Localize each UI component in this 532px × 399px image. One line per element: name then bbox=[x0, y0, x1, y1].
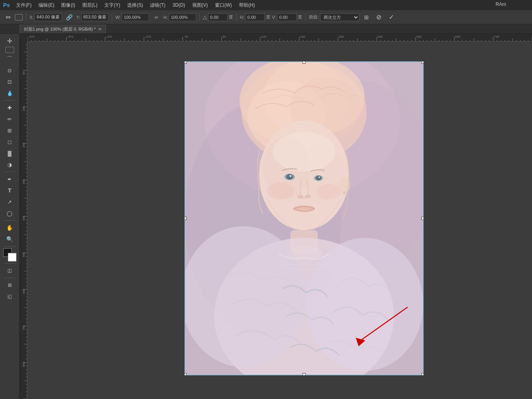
h-field: H: bbox=[163, 13, 196, 21]
document-tab[interactable]: 封面1.png @ 100% (图层 0, RGB/8) * ✕ bbox=[20, 25, 106, 33]
angle-icon: △ bbox=[203, 14, 207, 20]
background-color[interactable] bbox=[8, 253, 16, 262]
tool-text[interactable]: T bbox=[3, 185, 17, 196]
tool-eraser[interactable]: ◻ bbox=[3, 136, 17, 147]
y-input[interactable] bbox=[81, 13, 109, 21]
v-skew-field: V: 度 bbox=[272, 13, 302, 21]
document-tab-label: 封面1.png @ 100% (图层 0, RGB/8) * bbox=[24, 26, 96, 32]
options-toolbar: ⇔ X: 🔗 Y: W: ∞ H: △ 度 H: 度 V: 度 插值: bbox=[0, 10, 532, 24]
w-input[interactable] bbox=[122, 13, 149, 21]
tool-shape[interactable]: ◯ bbox=[3, 208, 17, 219]
x-field: X: bbox=[29, 13, 62, 21]
link-wh-icon[interactable]: ∞ bbox=[151, 12, 162, 22]
tool-sep-4 bbox=[4, 246, 16, 247]
handle-bottom-left[interactable] bbox=[185, 373, 187, 375]
tool-gradient[interactable]: ▓ bbox=[3, 148, 17, 159]
w-field: W: bbox=[115, 13, 149, 21]
v-skew-input[interactable] bbox=[277, 13, 297, 21]
toolbar-rect-icon[interactable] bbox=[15, 14, 23, 20]
toolbar-sep-2 bbox=[112, 13, 112, 21]
handle-bottom-right[interactable] bbox=[421, 373, 423, 375]
handle-mid-left[interactable] bbox=[185, 217, 187, 220]
tool-path-select[interactable]: ↗ bbox=[3, 196, 17, 207]
tool-quick-mask[interactable]: ◫ bbox=[3, 265, 17, 276]
menu-view[interactable]: 视图(V) bbox=[189, 1, 211, 9]
handle-mid-right[interactable] bbox=[421, 217, 423, 220]
menu-file[interactable]: 文件(F) bbox=[13, 1, 35, 9]
left-toolbar: ✛ ⌒ ⊙ ⊡ 💧 ✚ ✏ ⊞ ◻ ▓ ◑ ✒ T ↗ ◯ ✋ 🔍 ◫ ⊞ ◱ bbox=[0, 34, 20, 399]
menu-bar: Ps 文件(F) 编辑(E) 图像(I) 图层(L) 文字(Y) 选择(S) 滤… bbox=[0, 0, 532, 10]
toolbar-sep-4 bbox=[236, 13, 237, 21]
tool-artboard[interactable]: ◱ bbox=[3, 291, 17, 302]
toolbar-sep-1 bbox=[26, 13, 26, 21]
warp-icon[interactable]: ⊞ bbox=[361, 12, 372, 22]
tool-zoom[interactable]: 🔍 bbox=[3, 234, 17, 245]
tool-quick-select[interactable]: ⊙ bbox=[3, 65, 17, 76]
photoshop-canvas bbox=[184, 61, 424, 375]
tool-eyedropper[interactable]: 💧 bbox=[3, 88, 17, 99]
x-label: X: bbox=[29, 15, 33, 20]
menu-3d[interactable]: 3D(D) bbox=[169, 2, 188, 9]
document-tabs: 封面1.png @ 100% (图层 0, RGB/8) * ✕ bbox=[0, 24, 532, 34]
tool-move[interactable]: ✛ bbox=[3, 35, 17, 46]
menu-select[interactable]: 选择(S) bbox=[124, 1, 146, 9]
menu-window[interactable]: 窗口(W) bbox=[212, 1, 235, 9]
tool-dodge[interactable]: ◑ bbox=[3, 159, 17, 170]
ruler-corner bbox=[20, 34, 27, 42]
handle-bottom-center[interactable] bbox=[302, 373, 306, 375]
menu-filter[interactable]: 滤镜(T) bbox=[147, 1, 168, 9]
document-close-button[interactable]: ✕ bbox=[98, 27, 102, 32]
tool-lasso[interactable]: ⌒ bbox=[3, 53, 17, 64]
tool-sep-6 bbox=[4, 278, 16, 278]
handle-top-left[interactable] bbox=[185, 62, 187, 64]
tool-heal[interactable]: ✚ bbox=[3, 102, 17, 113]
h-skew-unit: 度 bbox=[266, 14, 270, 20]
interpolation-select[interactable]: 两次立方 两次线性 临近 bbox=[320, 13, 359, 21]
handle-top-right[interactable] bbox=[421, 62, 423, 64]
menu-edit[interactable]: 编辑(E) bbox=[35, 1, 57, 9]
menu-image[interactable]: 图像(I) bbox=[58, 1, 78, 9]
color-swatch-container[interactable] bbox=[3, 248, 16, 262]
tool-clone[interactable]: ⊞ bbox=[3, 125, 17, 136]
h-skew-label: H: bbox=[240, 15, 244, 20]
interpolation-label: 插值: bbox=[309, 14, 319, 20]
v-skew-unit: 度 bbox=[298, 14, 302, 20]
tool-hand[interactable]: ✋ bbox=[3, 222, 17, 233]
tool-sep-5 bbox=[4, 263, 16, 264]
app-logo: Ps bbox=[3, 2, 10, 8]
angle-field: △ 度 bbox=[203, 13, 233, 21]
handle-top-center[interactable] bbox=[302, 62, 306, 64]
interpolation-field: 插值: 两次立方 两次线性 临近 bbox=[309, 13, 359, 21]
w-label: W: bbox=[115, 15, 120, 20]
tool-pen[interactable]: ✒ bbox=[3, 174, 17, 185]
tool-sep-3 bbox=[4, 220, 16, 221]
portrait-image bbox=[185, 62, 423, 375]
cancel-transform-button[interactable]: ⊘ bbox=[373, 12, 384, 22]
x-input[interactable] bbox=[35, 13, 62, 21]
h-label: H: bbox=[163, 15, 168, 20]
tool-sep-2 bbox=[4, 172, 16, 172]
y-field: Y: bbox=[76, 13, 109, 21]
angle-input[interactable] bbox=[208, 13, 228, 21]
menu-layer[interactable]: 图层(L) bbox=[79, 1, 101, 9]
h-skew-input[interactable] bbox=[245, 13, 265, 21]
toolbar-sep-3 bbox=[199, 13, 200, 21]
tool-crop[interactable]: ⊡ bbox=[3, 76, 17, 87]
menu-help[interactable]: 帮助(H) bbox=[236, 1, 258, 9]
tool-screen-mode[interactable]: ⊞ bbox=[3, 280, 17, 291]
tool-rect-select[interactable] bbox=[5, 47, 14, 53]
h-skew-field: H: 度 bbox=[240, 13, 270, 21]
v-skew-label: V: bbox=[272, 15, 276, 20]
angle-unit: 度 bbox=[229, 14, 233, 20]
link-proportions-icon[interactable]: 🔗 bbox=[64, 12, 75, 22]
ram-indicator: RAm bbox=[493, 0, 508, 9]
toolbar-move-icon[interactable]: ⇔ bbox=[2, 12, 13, 22]
tool-sep-1 bbox=[4, 100, 16, 101]
menu-text[interactable]: 文字(Y) bbox=[101, 1, 123, 9]
confirm-transform-button[interactable]: ✓ bbox=[386, 12, 397, 22]
tool-brush[interactable]: ✏ bbox=[3, 113, 17, 124]
canvas-area bbox=[20, 34, 532, 399]
ruler-top bbox=[27, 34, 532, 42]
h-input[interactable] bbox=[169, 13, 196, 21]
transform-bounding-box bbox=[185, 62, 423, 375]
